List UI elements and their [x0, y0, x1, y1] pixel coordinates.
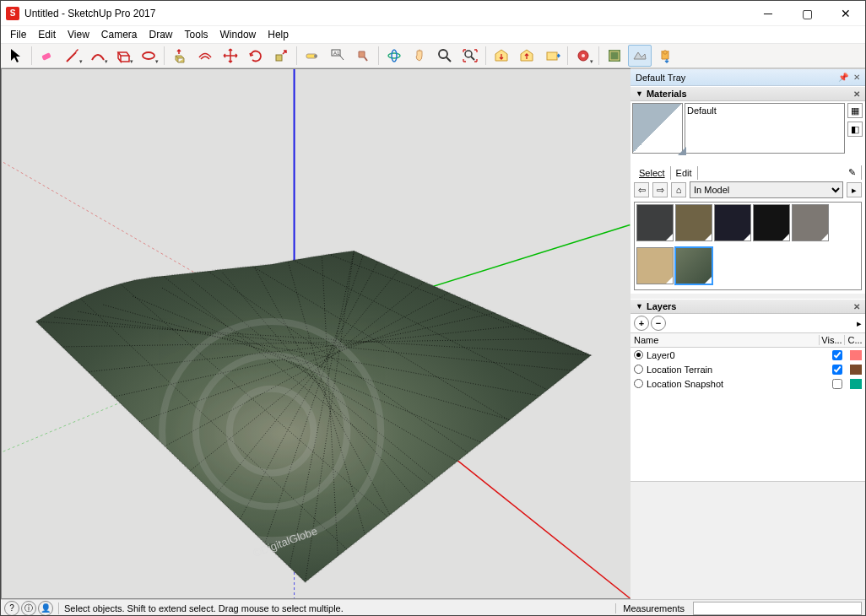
current-material-name[interactable]: Default	[685, 103, 845, 154]
pushpull-tool[interactable]	[168, 45, 192, 67]
extension-manager-tool[interactable]: ▾	[571, 45, 595, 67]
pan-tool[interactable]	[408, 45, 431, 67]
rectangle-tool[interactable]: ▾	[111, 45, 135, 67]
pin-icon[interactable]: 📌	[838, 73, 848, 82]
layer-row[interactable]: Layer0	[631, 348, 865, 362]
materials-close-icon[interactable]: ✕	[853, 89, 860, 99]
layer-color[interactable]	[850, 365, 862, 375]
menu-tools[interactable]: Tools	[179, 27, 214, 42]
current-material-preview[interactable]	[632, 103, 683, 154]
layer-visible-checkbox[interactable]	[832, 379, 842, 389]
geo-status-icon[interactable]: ?	[4, 601, 19, 616]
minimize-button[interactable]: ─	[749, 1, 788, 26]
menu-help[interactable]: Help	[262, 27, 295, 42]
measurements-label: Measurements	[615, 603, 691, 613]
swatch-gray[interactable]	[792, 204, 829, 241]
warehouse-get-tool[interactable]	[490, 45, 513, 67]
home-button[interactable]: ⌂	[671, 182, 686, 197]
layer-color[interactable]	[850, 379, 862, 389]
materials-panel-header[interactable]: ▼ Materials ✕	[631, 86, 865, 101]
menu-camera[interactable]: Camera	[95, 27, 143, 42]
layers-header-row[interactable]: Name Vis... C...	[631, 332, 865, 348]
maximize-button[interactable]: ▢	[788, 1, 826, 26]
menu-edit[interactable]: Edit	[32, 27, 62, 42]
layer-visible-checkbox[interactable]	[832, 350, 842, 360]
toggle-terrain-tool[interactable]	[628, 45, 652, 67]
menu-view[interactable]: View	[62, 27, 95, 42]
orbit-tool[interactable]	[382, 45, 406, 67]
line-tool[interactable]: ▾	[61, 45, 84, 67]
create-material-icon[interactable]: ▦	[847, 103, 863, 118]
tape-tool[interactable]	[300, 45, 324, 67]
swatch-navy-dark[interactable]	[714, 204, 751, 241]
layer-name[interactable]: Location Terrain	[647, 365, 825, 375]
svg-point-13	[582, 54, 585, 57]
layer-name[interactable]: Location Snapshot	[647, 379, 825, 389]
default-material-icon[interactable]: ◧	[847, 122, 863, 137]
credits-status-icon[interactable]: ⓘ	[21, 601, 36, 616]
window-title: Untitled - SketchUp Pro 2017	[24, 8, 155, 19]
paint-tool[interactable]	[351, 45, 375, 67]
text-tool[interactable]: A1	[326, 45, 349, 67]
layer-visible-checkbox[interactable]	[832, 365, 842, 375]
swatch-terrain-texture[interactable]	[675, 247, 712, 284]
layer-name[interactable]: Layer0	[647, 350, 825, 360]
add-layer-button[interactable]: +	[634, 316, 649, 331]
layers-col-visible[interactable]: Vis...	[820, 335, 845, 345]
layers-panel-header[interactable]: ▼ Layers ✕	[631, 299, 865, 314]
warehouse-extension-tool[interactable]	[540, 45, 564, 67]
svg-point-9	[439, 50, 447, 58]
layer-current-radio[interactable]	[634, 379, 643, 388]
move-tool[interactable]	[219, 45, 242, 67]
remove-layer-button[interactable]: −	[651, 316, 666, 331]
eyedropper-icon[interactable]: ✎	[843, 165, 862, 180]
swatch-dark-gray[interactable]	[636, 204, 674, 241]
arc-tool[interactable]: ▾	[86, 45, 110, 67]
layers-menu-button[interactable]: ▸	[857, 318, 862, 329]
eraser-tool[interactable]	[35, 45, 59, 67]
statusbar: ? ⓘ 👤 Select objects. Shift to extend se…	[1, 599, 865, 616]
forward-button[interactable]: ⇨	[652, 182, 668, 197]
zoom-extents-tool[interactable]	[458, 45, 482, 67]
layer-current-radio[interactable]	[634, 350, 643, 359]
details-button[interactable]: ▸	[847, 182, 862, 197]
swatch-tan[interactable]	[636, 247, 674, 284]
menu-draw[interactable]: Draw	[143, 27, 179, 42]
rotate-tool[interactable]	[244, 45, 268, 67]
layer-row[interactable]: Location Terrain	[631, 362, 865, 376]
layers-col-name[interactable]: Name	[631, 335, 820, 345]
layer-current-radio[interactable]	[634, 365, 643, 374]
measurements-input[interactable]	[693, 602, 862, 615]
offset-tool[interactable]	[193, 45, 217, 67]
materials-tab-edit[interactable]: Edit	[671, 166, 698, 180]
warehouse-send-tool[interactable]	[515, 45, 539, 67]
swatch-black[interactable]	[753, 204, 790, 241]
circle-tool[interactable]: ▾	[137, 45, 160, 67]
select-tool[interactable]	[4, 45, 28, 67]
scale-tool[interactable]	[269, 45, 293, 67]
app-icon: S	[6, 7, 19, 20]
tray-title: Default Tray	[636, 73, 685, 83]
materials-tab-select[interactable]: Select	[634, 166, 671, 180]
viewport[interactable]: ©DigitalGlobe	[1, 68, 631, 599]
profile-status-icon[interactable]: 👤	[38, 601, 53, 616]
layers-col-color[interactable]: C...	[845, 335, 865, 345]
layer-color[interactable]	[850, 350, 862, 360]
layers-title: Layers	[647, 301, 676, 311]
material-library-select[interactable]: In Model	[690, 181, 843, 198]
geo-location-tool[interactable]	[603, 45, 626, 67]
collapse-icon: ▼	[636, 89, 643, 98]
tray-close-icon[interactable]: ✕	[853, 73, 860, 82]
menu-window[interactable]: Window	[214, 27, 263, 42]
svg-point-10	[465, 51, 472, 57]
menu-file[interactable]: File	[4, 27, 32, 42]
layers-close-icon[interactable]: ✕	[853, 302, 860, 311]
material-swatches	[634, 202, 862, 290]
zoom-tool[interactable]	[433, 45, 457, 67]
tray-header[interactable]: Default Tray 📌✕	[631, 69, 865, 86]
swatch-olive[interactable]	[675, 204, 712, 241]
back-button[interactable]: ⇦	[634, 182, 649, 197]
layer-row[interactable]: Location Snapshot	[631, 376, 865, 391]
close-button[interactable]: ✕	[826, 1, 865, 26]
photo-textures-tool[interactable]	[653, 45, 677, 67]
